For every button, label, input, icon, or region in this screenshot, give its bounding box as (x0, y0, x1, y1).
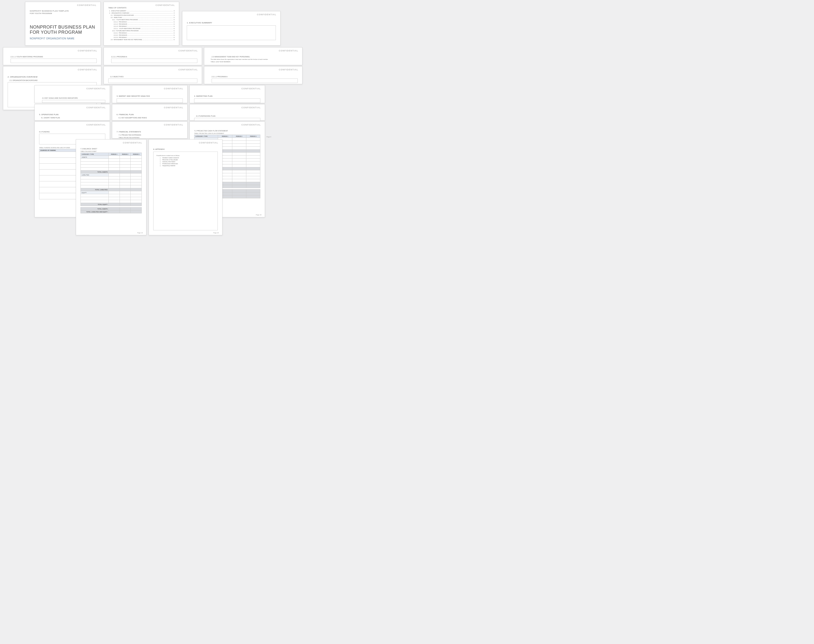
page-cover: CONFIDENTIAL NONPROFIT BUSINESS PLAN TEM… (25, 2, 101, 46)
content-box (42, 100, 105, 103)
page-operations: CONFIDENTIAL 5. OPERATIONS PLAN 5.1 SHOR… (34, 104, 110, 121)
confidential-label: CONFIDENTIAL (123, 141, 142, 144)
section-heading: 7.2 PROJECTED CASH FLOW STATEMENT (194, 130, 261, 132)
table-caption: TABLE: PROJECTED CASH FLOW STATEMENT (194, 133, 261, 134)
appendix-item: Detailed market research (162, 157, 215, 158)
confidential-label: CONFIDENTIAL (279, 68, 298, 71)
page-fin-statements: CONFIDENTIAL 7. FINANCIAL STATEMENTS 7.1… (112, 121, 187, 138)
section-heading: 2. ORGANIZATION OVERVIEW (8, 76, 97, 78)
confidential-label: CONFIDENTIAL (155, 4, 175, 6)
page-number-fragment: Page 6 (267, 136, 271, 138)
section-heading: 2.2.1.1 YOUTH MENTORING PROGRAMS (8, 56, 97, 58)
page-objectives: CONFIDENTIAL 2.2 OBJECTIVES (104, 66, 202, 84)
toc-list: 1.EXECUTIVE SUMMARY32.ORGANIZATION OVERV… (108, 10, 175, 41)
content-box (111, 58, 197, 63)
toc-title: TABLE OF CONTENTS (108, 7, 175, 9)
table-caption: TABLE: BALANCE SHEET (80, 150, 142, 152)
section-heading: 5. OPERATIONS PLAN (39, 114, 105, 115)
toc-item: 2.2.2.2PROGRAM B6 (108, 34, 175, 36)
balance-table: CATEGORY / TYPEPERIOD 1PERIOD 2PERIOD 3 … (80, 153, 142, 213)
toc-item: 2.2.1YOUTH MENTORING PROGRAMS5 (108, 19, 175, 21)
toc-item: 2.1ORGANIZATION BACKGROUND4 (108, 15, 175, 16)
content-box (194, 98, 261, 103)
section-heading: 3. MARKET AND INDUSTRY ANALYSIS (117, 95, 183, 97)
table-caption: TABLE: LEAD TEAM MEMBERS (208, 61, 298, 63)
template-header: NONPROFIT BUSINESS PLAN TEMPLATE FOR YOU… (30, 10, 96, 15)
appendix-item: Supporting material (162, 165, 215, 166)
appendix-item: Resumes of key people (162, 159, 215, 161)
appendix-box: Possible items to attach are as follows:… (153, 152, 218, 230)
section-heading: 2.2 OBJECTIVES (108, 76, 197, 78)
toc-item: 2.2.1.1YOUTH MENTORING PROGRAMS6 (108, 28, 175, 29)
section-heading: 2.2.2.1 PROGRAM A (108, 56, 197, 58)
confidential-label: CONFIDENTIAL (164, 87, 183, 90)
confidential-label: CONFIDENTIAL (279, 49, 298, 52)
page-number: Page 20 (213, 232, 219, 233)
toc-item: 2.3MANAGEMENT TEAM AND KEY PERSONNEL6 (108, 39, 175, 41)
content-box (108, 78, 197, 83)
confidential-label: CONFIDENTIAL (241, 87, 261, 90)
toc-item: 2.2.1.1PROGRAM A6 (108, 21, 175, 23)
appendix-item: Professional references (162, 163, 215, 164)
toc-item: 2.2.1.2PROGRAM B6 (108, 23, 175, 25)
section-heading: 7.3 BALANCE SHEET (80, 148, 142, 150)
subsection-heading: 2.1 ORGANIZATION BACKGROUND (8, 80, 97, 81)
confidential-label: CONFIDENTIAL (77, 4, 97, 6)
page-program-a-1: CONFIDENTIAL 2.2.2.1 PROGRAM A (104, 47, 202, 65)
toc-item: 2.ORGANIZATION OVERVIEW4 (108, 12, 175, 14)
section-heading: 1. EXECUTIVE SUMMARY (187, 21, 276, 24)
toc-item: 2.2.2FUTURE MENTORING PROGRAMS6 (108, 30, 175, 32)
page-marketing: CONFIDENTIAL 4. MARKETING PLAN (190, 85, 265, 103)
confidential-label: CONFIDENTIAL (241, 124, 261, 126)
page-balance-sheet: CONFIDENTIAL 7.3 BALANCE SHEET TABLE: BA… (76, 139, 146, 235)
page-market: CONFIDENTIAL 3. MARKET AND INDUSTRY ANAL… (112, 85, 187, 103)
appendix-list: Detailed market researchResumes of key p… (156, 157, 215, 166)
confidential-label: CONFIDENTIAL (178, 68, 198, 71)
page-youth-mentoring: CONFIDENTIAL 2.2.1.1 YOUTH MENTORING PRO… (3, 47, 101, 65)
confidential-label: CONFIDENTIAL (78, 68, 97, 71)
section-heading: 2.3 MANAGEMENT TEAM AND KEY PERSONNEL (208, 56, 298, 58)
subsection-heading: 5.1 SHORT-TERM PLAN (39, 117, 105, 119)
page-financial-plan: CONFIDENTIAL 6. FINANCIAL PLAN 6.1 KEY A… (112, 104, 187, 121)
content-box (212, 78, 298, 83)
page-toc: CONFIDENTIAL TABLE OF CONTENTS 1.EXECUTI… (104, 2, 179, 46)
table-caption: TABLE: PROJECTED EXPENSES (117, 137, 183, 138)
appendix-item: Industry information (162, 161, 215, 163)
section-heading: 4. MARKETING PLAN (194, 95, 261, 97)
confidential-label: CONFIDENTIAL (241, 106, 261, 109)
section-heading: 6.3 FUNDRAISING PLAN (194, 115, 261, 117)
page-mgmt-team: CONFIDENTIAL 2.3 MANAGEMENT TEAM AND KEY… (204, 47, 302, 65)
toc-item: 1.EXECUTIVE SUMMARY3 (108, 10, 175, 12)
content-box (11, 58, 97, 63)
confidential-label: CONFIDENTIAL (164, 106, 183, 109)
toc-item: 2.2.1.3PROGRAM C6 (108, 26, 175, 27)
page-number: Page 18 (256, 214, 261, 216)
confidential-label: CONFIDENTIAL (78, 49, 97, 52)
page-exec-summary: CONFIDENTIAL 1. EXECUTIVE SUMMARY (182, 11, 281, 46)
content-box (117, 98, 183, 103)
page-number: Page 19 (137, 232, 143, 233)
section-note: The table below shows the organization's… (211, 58, 298, 60)
page-appendix: CONFIDENTIAL 8. APPENDIX Possible items … (149, 139, 222, 235)
confidential-label: CONFIDENTIAL (164, 124, 183, 126)
content-box (194, 118, 261, 121)
document-title: NONPROFIT BUSINESS PLAN FOR YOUTH PROGRA… (30, 25, 96, 35)
confidential-label: CONFIDENTIAL (178, 49, 198, 52)
toc-item: 2.2OBJECTIVES5 (108, 17, 175, 18)
content-box (187, 25, 276, 40)
toc-item: 2.2.2.1PROGRAM A6 (108, 32, 175, 34)
section-heading: 6.4 FUNDING (39, 131, 105, 133)
section-heading: 7. FINANCIAL STATEMENTS (117, 131, 183, 133)
page-program-a-2: CONFIDENTIAL 2.2.1.1 PROGRAM A (204, 66, 302, 84)
subsection-heading: 6.1 KEY ASSUMPTIONS AND RISKS (117, 117, 183, 119)
confidential-label: CONFIDENTIAL (257, 13, 276, 16)
page-fundraising: CONFIDENTIAL 6.3 FUNDRAISING PLAN (190, 104, 265, 121)
confidential-label: CONFIDENTIAL (86, 106, 106, 109)
section-heading: 2.2.1.1 PROGRAM A (208, 76, 298, 78)
confidential-label: CONFIDENTIAL (86, 87, 106, 90)
toc-item: 2.2.2.3PROGRAM C6 (108, 37, 175, 38)
section-heading: 6. FINANCIAL PLAN (117, 114, 183, 115)
page-key-goals: CONFIDENTIAL 2.4 KEY GOALS AND SUCCESS I… (34, 85, 110, 103)
organization-name: NONPROFIT ORGANIZATION NAME (30, 37, 96, 40)
confidential-label: CONFIDENTIAL (86, 124, 106, 126)
